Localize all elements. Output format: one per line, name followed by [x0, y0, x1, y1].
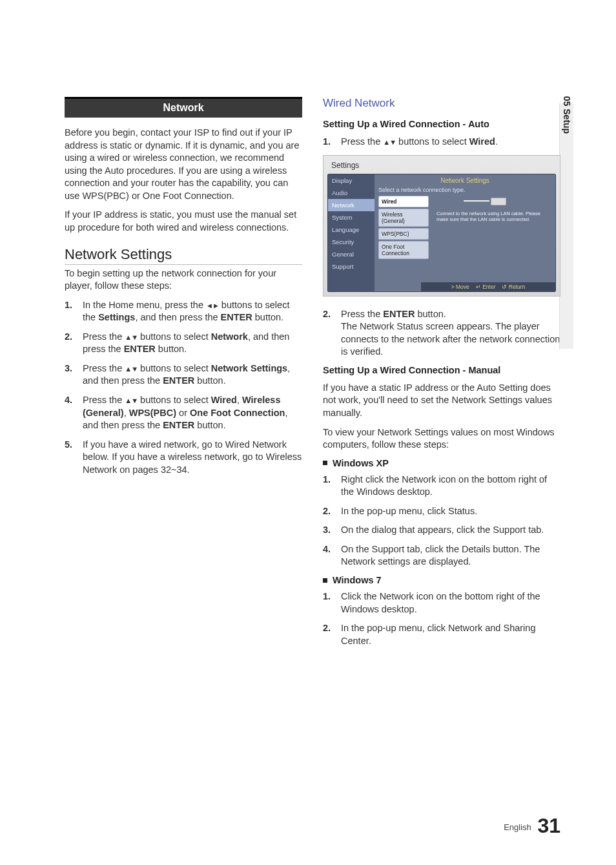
right-column: Wired Network Setting Up a Wired Connect… [323, 97, 560, 654]
osd-side-support: Support [328, 260, 375, 273]
up-down-icon [125, 395, 138, 405]
xp-step-4: 4.On the Support tab, click the Details … [323, 543, 560, 568]
section-banner-network: Network [65, 97, 302, 118]
osd-window-title: Settings [327, 160, 556, 174]
osd-main: Network Settings Select a network connec… [375, 174, 555, 291]
osd-side-language: Language [328, 224, 375, 236]
xp-steps: 1.Right click the Network icon on the bo… [323, 474, 560, 568]
osd-body: Display Audio Network System Language Se… [327, 174, 556, 292]
intro-paragraph-1: Before you begin, contact your ISP to fi… [65, 127, 302, 202]
w7-step-2: 2.In the pop-up menu, click Network and … [323, 622, 560, 647]
osd-opt-wps: WPS(PBC) [378, 228, 429, 240]
osd-opt-wireless: Wireless (General) [378, 209, 429, 227]
osd-side-security: Security [328, 236, 375, 248]
xp-step-3: 3.On the dialog that appears, click the … [323, 524, 560, 537]
left-step-5: 5. If you have a wired network, go to Wi… [65, 439, 302, 477]
heading-wired-manual: Setting Up a Wired Connection - Manual [323, 365, 560, 375]
osd-screenshot: Settings Display Audio Network System La… [323, 155, 560, 297]
w7-step-1: 1.Click the Network icon on the bottom r… [323, 590, 560, 616]
manual-para-1: If you have a static IP address or the A… [323, 382, 560, 420]
left-right-icon [206, 300, 219, 310]
bullet-windows-7: Windows 7 [323, 575, 560, 585]
right-auto-steps-2: 2. Press the ENTER button. The Network S… [323, 308, 560, 359]
osd-foot-return: ↺ Return [502, 284, 525, 290]
side-tab: 05 Setup [559, 103, 573, 349]
xp-step-2: 2.In the pop-up menu, click Status. [323, 505, 560, 518]
content-columns: Network Before you begin, contact your I… [65, 97, 560, 654]
up-down-icon [125, 363, 138, 373]
right-auto-steps: 1. Press the buttons to select Wired. [323, 136, 560, 149]
heading-wired-network: Wired Network [323, 97, 560, 110]
manual-para-2: To view your Network Settings values on … [323, 426, 560, 452]
left-step-4: 4. Press the buttons to select Wired, Wi… [65, 394, 302, 432]
osd-foot-move: > Move [451, 284, 469, 290]
osd-main-title: Network Settings [375, 174, 555, 187]
left-steps: 1. In the Home menu, press the buttons t… [65, 299, 302, 477]
right-auto-step-2: 2. Press the ENTER button. The Network S… [323, 308, 560, 359]
osd-side-network: Network [328, 199, 375, 211]
osd-side-display: Display [328, 174, 375, 187]
osd-frame: Settings Display Audio Network System La… [323, 155, 560, 297]
left-column: Network Before you begin, contact your I… [65, 97, 302, 654]
w7-steps: 1.Click the Network icon on the bottom r… [323, 590, 560, 647]
intro-paragraph-3: To begin setting up the network connecti… [65, 267, 302, 293]
osd-sidebar: Display Audio Network System Language Se… [328, 174, 375, 291]
left-step-2: 2. Press the buttons to select Network, … [65, 331, 302, 356]
osd-side-general: General [328, 248, 375, 260]
page-footer: English 31 [504, 814, 560, 838]
intro-paragraph-2: If your IP address is static, you must u… [65, 209, 302, 234]
osd-side-system: System [328, 211, 375, 224]
osd-note: Connect to the network using LAN cable. … [436, 211, 551, 222]
heading-wired-auto: Setting Up a Wired Connection - Auto [323, 119, 560, 129]
side-tab-text: 05 Setup [562, 96, 572, 134]
osd-footer: > Move ↵ Enter ↺ Return [421, 282, 555, 291]
osd-list: Wired Wireless (General) WPS(PBC) One Fo… [378, 196, 429, 259]
right-auto-step-1: 1. Press the buttons to select Wired. [323, 136, 560, 149]
bullet-windows-xp: Windows XP [323, 458, 560, 468]
square-bullet-icon [323, 578, 327, 583]
up-down-icon [383, 136, 396, 147]
xp-step-1: 1.Right click the Network icon on the bo… [323, 474, 560, 499]
osd-opt-wired: Wired [378, 196, 429, 207]
page: 05 Setup Network Before you begin, conta… [0, 0, 616, 865]
up-down-icon [125, 331, 138, 342]
osd-foot-enter: ↵ Enter [476, 284, 496, 290]
osd-select-line: Select a network connection type. [375, 187, 555, 196]
footer-page-number: 31 [537, 814, 560, 837]
heading-network-settings: Network Settings [65, 246, 302, 265]
left-step-1: 1. In the Home menu, press the buttons t… [65, 299, 302, 324]
square-bullet-icon [323, 461, 327, 465]
osd-side-audio: Audio [328, 187, 375, 199]
osd-opt-onefoot: One Foot Connection [378, 241, 429, 259]
cable-icon [464, 196, 506, 205]
footer-language: English [504, 822, 531, 832]
left-step-3: 3. Press the buttons to select Network S… [65, 362, 302, 388]
